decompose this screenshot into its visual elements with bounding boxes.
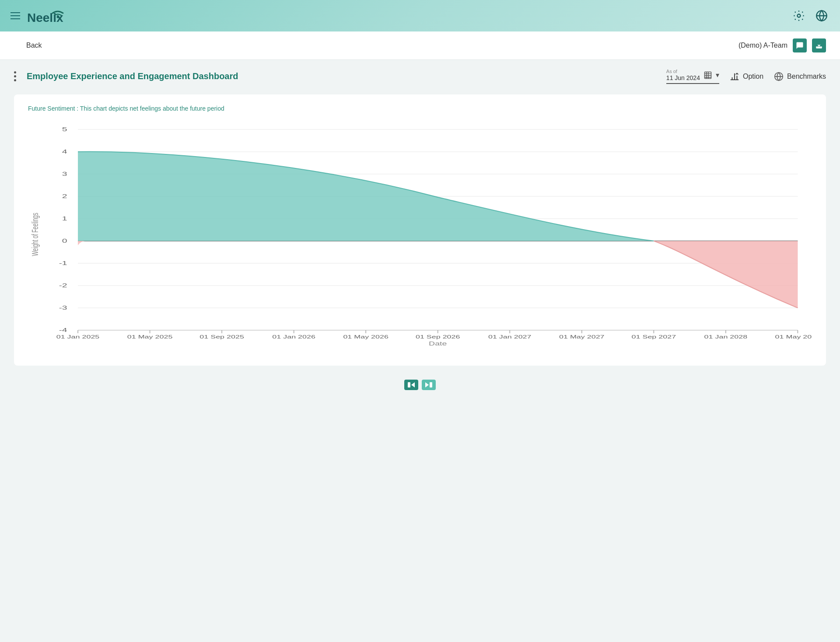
globe-icon[interactable] — [814, 8, 830, 24]
svg-text:Neelix: Neelix — [27, 11, 63, 24]
dashboard: Employee Experience and Engagement Dashb… — [0, 60, 840, 411]
option-button[interactable]: Option — [730, 72, 763, 81]
logo-svg: Neelix — [27, 7, 88, 24]
svg-marker-62 — [411, 382, 415, 387]
svg-marker-64 — [425, 382, 429, 387]
svg-text:Weight of Feelings: Weight of Feelings — [30, 213, 40, 256]
svg-text:5: 5 — [62, 126, 67, 133]
svg-text:01 Sep 2025: 01 Sep 2025 — [200, 335, 244, 340]
bottom-controls — [14, 373, 826, 397]
svg-text:01 Jan 2028: 01 Jan 2028 — [704, 335, 748, 340]
fast-forward-button[interactable] — [422, 380, 436, 390]
svg-text:01 May 2028: 01 May 2028 — [775, 335, 812, 340]
chart-container: Future Sentiment : This chart depicts ne… — [14, 94, 826, 366]
svg-text:4: 4 — [62, 148, 67, 155]
svg-text:01 Jan 2026: 01 Jan 2026 — [272, 335, 315, 340]
svg-point-2 — [798, 14, 801, 17]
download-icon[interactable] — [812, 38, 826, 52]
svg-text:01 Sep 2026: 01 Sep 2026 — [416, 335, 460, 340]
svg-text:-2: -2 — [59, 282, 67, 289]
hamburger-menu[interactable] — [10, 12, 20, 19]
rewind-icon — [408, 382, 415, 387]
calendar-icon — [704, 71, 712, 80]
svg-text:2: 2 — [62, 193, 67, 199]
dropdown-arrow-icon: ▾ — [716, 71, 719, 79]
nav-bar: Back (Demo) A-Team — [0, 31, 840, 60]
svg-text:01 May 2026: 01 May 2026 — [343, 335, 388, 340]
team-info: (Demo) A-Team — [738, 38, 826, 52]
fast-forward-icon — [425, 382, 432, 387]
date-label: As of — [666, 69, 700, 74]
rewind-button[interactable] — [404, 380, 418, 390]
chat-icon[interactable] — [793, 38, 807, 52]
benchmarks-icon — [774, 72, 784, 81]
back-arrow-icon — [14, 41, 23, 50]
app-header: Neelix — [0, 0, 840, 31]
header-right — [791, 8, 830, 24]
benchmarks-label: Benchmarks — [787, 73, 826, 80]
back-label: Back — [26, 42, 42, 49]
dashboard-header: Employee Experience and Engagement Dashb… — [14, 69, 826, 84]
svg-text:01 Sep 2027: 01 Sep 2027 — [632, 335, 676, 340]
svg-text:01 Jan 2027: 01 Jan 2027 — [488, 335, 532, 340]
option-label: Option — [743, 73, 763, 80]
svg-text:1: 1 — [62, 215, 67, 222]
svg-text:-3: -3 — [59, 304, 67, 311]
date-value: 11 Jun 2024 — [666, 74, 700, 81]
svg-rect-61 — [408, 382, 410, 387]
back-button[interactable]: Back — [14, 41, 42, 50]
chart-bar-icon — [730, 72, 739, 81]
team-name: (Demo) A-Team — [738, 42, 788, 49]
svg-text:0: 0 — [62, 237, 67, 244]
header-left: Neelix — [10, 7, 88, 24]
chart-svg: 5 4 3 2 1 0 -1 -2 -3 -4 Weight of Feelin… — [28, 121, 812, 348]
settings-icon[interactable] — [791, 8, 807, 24]
benchmarks-button[interactable]: Benchmarks — [774, 72, 826, 81]
svg-text:Date: Date — [429, 341, 447, 346]
chart-wrapper: 5 4 3 2 1 0 -1 -2 -3 -4 Weight of Feelin… — [28, 121, 812, 348]
svg-text:01 Jan 2025: 01 Jan 2025 — [56, 335, 100, 340]
svg-text:01 May 2025: 01 May 2025 — [127, 335, 173, 340]
svg-text:3: 3 — [62, 171, 67, 177]
dashboard-title: Employee Experience and Engagement Dashb… — [27, 71, 656, 81]
svg-text:-4: -4 — [59, 327, 67, 333]
date-selector[interactable]: As of 11 Jun 2024 ▾ — [666, 69, 719, 84]
chart-subtitle: Future Sentiment : This chart depicts ne… — [28, 105, 812, 112]
dots-menu[interactable] — [14, 71, 16, 81]
svg-rect-63 — [430, 382, 432, 387]
logo: Neelix — [27, 7, 88, 24]
svg-text:-1: -1 — [59, 260, 67, 266]
svg-text:01 May 2027: 01 May 2027 — [559, 335, 605, 340]
